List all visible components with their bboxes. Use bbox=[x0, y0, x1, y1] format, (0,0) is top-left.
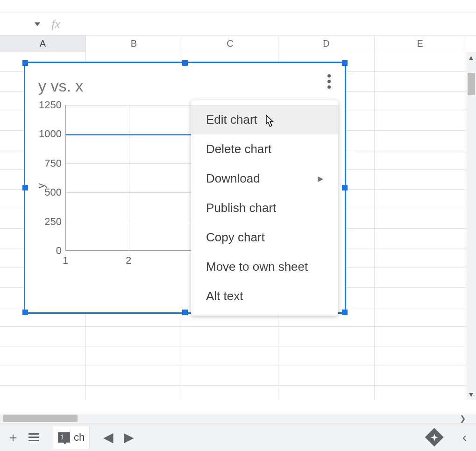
sparkle-icon bbox=[431, 434, 438, 441]
add-sheet-button[interactable]: ＋ bbox=[3, 427, 23, 448]
grid-cell[interactable] bbox=[86, 346, 182, 366]
menu-item-publish-chart[interactable]: Publish chart bbox=[191, 193, 338, 223]
chart-title[interactable]: y vs. x bbox=[38, 77, 83, 95]
grid-cell[interactable] bbox=[182, 386, 278, 400]
plot-frame bbox=[65, 105, 192, 251]
y-tick: 1250 bbox=[37, 99, 65, 111]
formula-bar: fx bbox=[0, 13, 476, 35]
grid-cell[interactable] bbox=[375, 131, 466, 150]
scroll-thumb[interactable] bbox=[468, 73, 475, 95]
grid-cell[interactable] bbox=[0, 366, 86, 385]
column-header-row: A B C D E bbox=[0, 35, 476, 52]
menu-item-move-own-sheet[interactable]: Move to own sheet bbox=[191, 252, 338, 282]
explore-button[interactable] bbox=[425, 428, 444, 447]
menu-item-edit-chart[interactable]: Edit chart bbox=[191, 105, 338, 134]
menu-item-label: Move to own sheet bbox=[206, 260, 308, 274]
grid-cell[interactable] bbox=[0, 327, 86, 346]
grid-cell[interactable] bbox=[375, 346, 466, 366]
y-tick: 250 bbox=[37, 216, 65, 228]
side-panel-toggle[interactable]: ‹ bbox=[462, 430, 467, 445]
menu-item-label: Alt text bbox=[206, 289, 243, 303]
vertical-scrollbar[interactable]: ▲ ▼ bbox=[466, 52, 476, 400]
y-tick: 750 bbox=[37, 157, 65, 169]
menu-item-label: Download bbox=[206, 171, 260, 186]
grid-cell[interactable] bbox=[375, 209, 466, 228]
menu-item-copy-chart[interactable]: Copy chart bbox=[191, 223, 338, 252]
column-header-d[interactable]: D bbox=[278, 35, 375, 52]
grid-cell[interactable] bbox=[182, 366, 278, 385]
scroll-thumb-h[interactable] bbox=[3, 415, 78, 422]
selection-handle-s[interactable] bbox=[182, 310, 188, 315]
selection-handle-ne[interactable] bbox=[342, 60, 348, 66]
sheet-tab-bar: ＋ 1 ch ◀ ▶ ‹ bbox=[0, 423, 476, 451]
grid-cell[interactable] bbox=[375, 366, 466, 385]
sheet-next-button[interactable]: ▶ bbox=[119, 427, 139, 448]
grid-cell[interactable] bbox=[375, 229, 466, 248]
grid-row bbox=[0, 386, 476, 400]
menu-item-label: Edit chart bbox=[206, 113, 257, 127]
grid-cell[interactable] bbox=[182, 346, 278, 366]
grid-cell[interactable] bbox=[278, 346, 375, 366]
grid-cell[interactable] bbox=[0, 346, 86, 366]
scroll-right-icon[interactable]: ❯ bbox=[460, 414, 466, 423]
grid-cell[interactable] bbox=[375, 327, 466, 346]
grid-cell[interactable] bbox=[375, 190, 466, 209]
grid-cell[interactable] bbox=[375, 92, 466, 111]
fx-label: fx bbox=[51, 17, 60, 31]
selection-handle-se[interactable] bbox=[342, 310, 348, 315]
chevron-down-icon bbox=[35, 22, 40, 26]
all-sheets-button[interactable] bbox=[23, 427, 44, 448]
menu-item-download[interactable]: Download ▶ bbox=[191, 164, 338, 193]
grid-cell[interactable] bbox=[375, 150, 466, 169]
menu-item-label: Delete chart bbox=[206, 142, 271, 156]
selection-handle-e[interactable] bbox=[342, 185, 348, 190]
y-tick: 500 bbox=[37, 186, 65, 198]
menu-item-label: Copy chart bbox=[206, 230, 265, 245]
scroll-up-icon[interactable]: ▲ bbox=[466, 52, 476, 63]
grid-row bbox=[0, 366, 476, 386]
column-header-b[interactable]: B bbox=[86, 35, 182, 52]
selection-handle-w[interactable] bbox=[22, 185, 28, 190]
name-box-dropdown[interactable] bbox=[4, 22, 40, 26]
grid-cell[interactable] bbox=[86, 366, 182, 385]
grid-cell[interactable] bbox=[86, 386, 182, 400]
submenu-arrow-icon: ▶ bbox=[318, 174, 323, 183]
hamburger-icon bbox=[28, 433, 39, 441]
sheet-tab-label: ch bbox=[74, 431, 85, 444]
y-tick: 1000 bbox=[37, 128, 65, 140]
column-header-e[interactable]: E bbox=[375, 35, 466, 52]
x-tick: 1 bbox=[63, 254, 68, 267]
menu-item-alt-text[interactable]: Alt text bbox=[191, 282, 338, 311]
grid-cell[interactable] bbox=[375, 386, 466, 400]
grid-cell[interactable] bbox=[375, 52, 466, 71]
grid-cell[interactable] bbox=[375, 72, 466, 91]
grid-cell[interactable] bbox=[278, 366, 375, 385]
selection-handle-sw[interactable] bbox=[22, 310, 28, 315]
sheet-prev-button[interactable]: ◀ bbox=[98, 427, 119, 448]
grid-cell[interactable] bbox=[86, 327, 182, 346]
grid-cell[interactable] bbox=[375, 268, 466, 287]
column-header-c[interactable]: C bbox=[182, 35, 278, 52]
grid-row bbox=[0, 346, 476, 366]
grid-cell[interactable] bbox=[375, 307, 466, 326]
grid-cell[interactable] bbox=[278, 327, 375, 346]
y-tick: 0 bbox=[37, 245, 65, 257]
grid-cell[interactable] bbox=[375, 170, 466, 189]
grid-cell[interactable] bbox=[375, 111, 466, 130]
formula-input[interactable] bbox=[60, 13, 472, 35]
grid-cell[interactable] bbox=[278, 386, 375, 400]
horizontal-scrollbar[interactable]: ❯ bbox=[0, 413, 476, 423]
chart-count-badge-icon: 1 bbox=[58, 432, 70, 443]
menu-item-delete-chart[interactable]: Delete chart bbox=[191, 134, 338, 164]
chart-plot-area: y 1250 1000 750 500 250 0 1 bbox=[65, 105, 192, 278]
grid-cell[interactable] bbox=[182, 327, 278, 346]
sheet-tab-active[interactable]: 1 ch bbox=[53, 426, 90, 449]
grid-cell[interactable] bbox=[0, 386, 86, 400]
column-header-a[interactable]: A bbox=[0, 35, 86, 52]
selection-handle-nw[interactable] bbox=[22, 60, 28, 66]
grid-cell[interactable] bbox=[375, 248, 466, 268]
chart-more-icon[interactable] bbox=[325, 71, 334, 92]
selection-handle-n[interactable] bbox=[182, 60, 188, 66]
scroll-down-icon[interactable]: ▼ bbox=[466, 389, 476, 400]
grid-cell[interactable] bbox=[375, 288, 466, 307]
